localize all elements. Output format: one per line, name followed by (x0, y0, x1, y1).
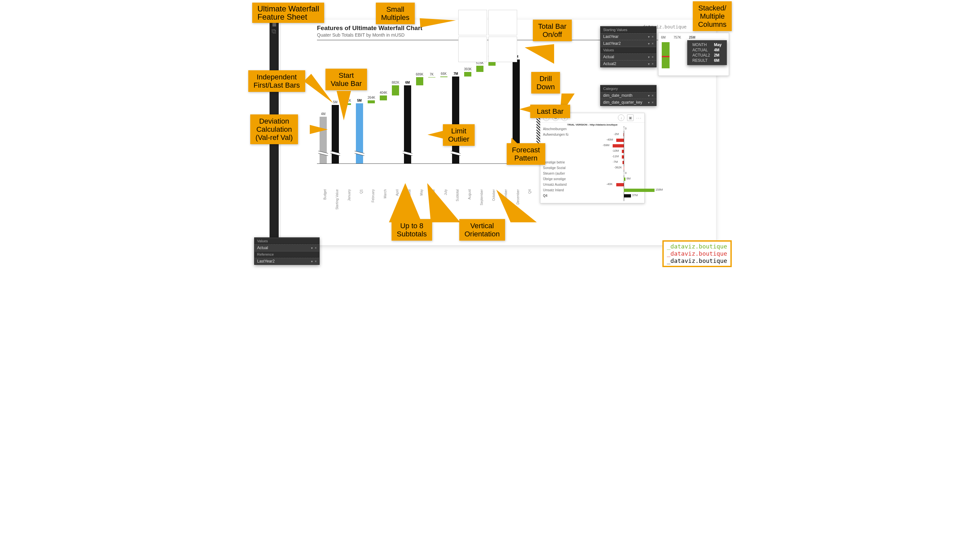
stage: ▦ ⿻ Visualizations Fields Features of Ul… (245, 0, 735, 273)
waterfall-bar[interactable]: 404K (380, 95, 387, 163)
callout-drill-down: DrillDown (531, 72, 560, 94)
well-item[interactable]: dim_date_month▾× (601, 92, 656, 99)
field-well-category[interactable]: Category dim_date_month▾× dim_date_quart… (600, 85, 657, 106)
stacked-columns-thumb: 6M757K25M MONTHMayACTUAL4MACTUAL22MRESUL… (658, 33, 729, 76)
remove-icon: × (652, 35, 654, 38)
waterfall-bar[interactable]: 393K (464, 72, 471, 163)
x-tick: Starting Value (335, 189, 339, 210)
horiz-bar-row[interactable]: Abschreibungen0 (543, 126, 642, 132)
horiz-bar-row[interactable]: Umsatz Inland158M (543, 187, 642, 193)
x-tick: Q1 (360, 189, 363, 194)
waterfall-bar[interactable]: 7K (428, 77, 435, 163)
datapoint-tooltip: MONTHMayACTUAL4MACTUAL22MRESULT6M (687, 40, 727, 65)
x-tick: February (371, 189, 375, 202)
well-category-header: Category (601, 85, 656, 92)
waterfall-bar[interactable]: 515K (476, 66, 484, 163)
callout-small-multiples: SmallMultiples (376, 3, 415, 24)
well-values-header: Values (601, 47, 656, 53)
well-item[interactable]: LastYear▾× (601, 33, 656, 40)
chart-header: Features of Ultimate Waterfall Chart Qua… (317, 24, 422, 38)
horiz-bar-row[interactable]: Übrige sonstige8M (543, 176, 642, 182)
horiz-bar-row[interactable]: Sonstige Sozial-362K (543, 165, 642, 171)
small-multiples-thumb (458, 10, 517, 62)
well-values-header-2: Values (255, 238, 319, 244)
x-tick: January (347, 189, 351, 201)
x-tick: March (383, 189, 387, 198)
x-tick: September (480, 189, 484, 205)
horiz-bar-row[interactable]: -10M (543, 148, 642, 154)
focus-icon[interactable]: ▣ (627, 114, 633, 121)
callout-deviation-calc: DeviationCalculation(Val-ref Val) (250, 114, 298, 144)
waterfall-bar[interactable]: 66K (440, 76, 447, 163)
callout-total-bar: Total BarOn/off (533, 20, 572, 41)
drilldown-visual[interactable]: ↑ ⇊ ⤵ ↓ ▣ ··· TRIAL VERSION - http://dat… (540, 113, 645, 203)
model-icon[interactable]: ⿻ (269, 29, 279, 34)
horiz-bar-row[interactable]: Sonstige betrie-7M (543, 160, 642, 165)
well-reference-header: Reference (255, 251, 319, 258)
horiz-bar-row[interactable]: Umsatz Ausland-40K (543, 182, 642, 187)
callout-title: Ultimate WaterfallFeature Sheet (252, 3, 324, 23)
more-icon[interactable]: ··· (636, 116, 642, 120)
horiz-bar-row[interactable]: Steuern (außer0 (543, 171, 642, 176)
x-tick: August (468, 189, 471, 200)
field-well-bottom[interactable]: Values Actual▾× Reference LastYear2▾× (254, 237, 320, 265)
waterfall-bar[interactable]: 4M (320, 117, 327, 163)
well-item[interactable]: Actual▾× (601, 53, 656, 60)
waterfall-bar[interactable]: 264K (368, 100, 375, 163)
well-item[interactable]: dim_date_quarter_key▾× (601, 99, 656, 106)
horiz-bar-row[interactable]: -11M (543, 154, 642, 160)
brand-frame: _dataviz.boutique _dataviz.boutique _dat… (662, 240, 732, 267)
chart-title: Features of Ultimate Waterfall Chart (317, 24, 422, 32)
callout-independent-bars: IndependentFirst/Last Bars (248, 70, 305, 92)
callout-limit-outlier: LimitOutlier (443, 124, 475, 146)
waterfall-bar[interactable]: 7M (452, 76, 459, 163)
callout-start-value: StartValue Bar (326, 69, 367, 90)
well-item[interactable]: LastYear2▾× (601, 40, 656, 47)
waterfall-bar[interactable]: 689K (416, 77, 423, 163)
chart-subtitle: Quater Sub Totals EBIT by Month in mUSD (317, 32, 422, 38)
callout-last-bar: Last Bar (530, 105, 570, 118)
x-tick: Budget (323, 189, 327, 200)
well-item[interactable]: LastYear2▾× (255, 258, 319, 265)
chevron-down-icon: ▾ (648, 35, 650, 38)
waterfall-bar[interactable]: 5M (356, 103, 363, 163)
horiz-bar-row[interactable]: -59M (543, 143, 642, 148)
horiz-bar-row[interactable]: -40M (543, 137, 642, 143)
callout-stacked-columns: Stacked/MultipleColumns (693, 1, 732, 31)
field-well-main[interactable]: Starting Values LastYear▾× LastYear2▾× V… (600, 26, 657, 67)
waterfall-bar[interactable]: 6M (404, 85, 411, 163)
x-tick: Q4 (528, 189, 531, 194)
callout-vertical-orientation: VerticalOrientation (459, 219, 505, 241)
horiz-bar-row[interactable]: Q437M (543, 193, 642, 198)
well-starting-values-header: Starting Values (601, 27, 656, 33)
drill-toggle-icon[interactable]: ↓ (618, 114, 624, 121)
x-tick: Subtotal (456, 189, 459, 202)
well-item[interactable]: Actual▾× (255, 244, 319, 251)
horiz-bar-row[interactable]: Aufwendungen fü-2M (543, 132, 642, 137)
well-item[interactable]: Actual2▾× (601, 60, 656, 67)
waterfall-bar[interactable]: 581K (488, 59, 496, 163)
waterfall-bar[interactable]: 882K (392, 85, 399, 163)
